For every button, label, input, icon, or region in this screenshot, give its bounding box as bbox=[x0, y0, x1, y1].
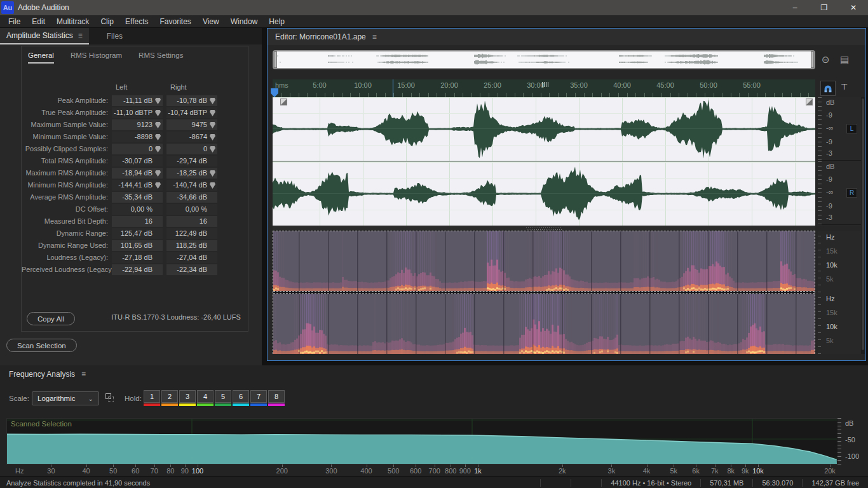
value-right: -18,25 dB bbox=[166, 168, 217, 179]
db-axis-label: -50 bbox=[845, 436, 855, 444]
marker-pin-icon[interactable] bbox=[210, 98, 215, 104]
panel-menu-icon[interactable]: ≡ bbox=[81, 370, 86, 379]
freq-axis-label: 6k bbox=[692, 467, 700, 475]
restore-button[interactable]: ❐ bbox=[810, 0, 839, 15]
snap-toggle[interactable] bbox=[820, 81, 836, 96]
hold-button-8[interactable]: 8 bbox=[268, 390, 285, 406]
copy-graph-icon[interactable] bbox=[105, 393, 115, 403]
marker-pin-icon[interactable] bbox=[155, 146, 161, 152]
marker-pin-icon[interactable] bbox=[155, 182, 161, 189]
marker-pin-icon[interactable] bbox=[155, 98, 161, 104]
marker-pin-icon[interactable] bbox=[210, 134, 215, 140]
hz-label: 15k bbox=[826, 247, 837, 255]
amplitude-scale-channel: dB-9-∞-9-3R bbox=[818, 161, 862, 225]
frequency-plot[interactable]: Scanned Selection bbox=[6, 418, 837, 464]
menu-item-multitrack[interactable]: Multitrack bbox=[51, 15, 95, 28]
hold-button-5[interactable]: 5 bbox=[215, 390, 231, 406]
panel-menu-icon[interactable]: ≡ bbox=[78, 31, 83, 40]
fade-out-handle[interactable] bbox=[806, 98, 813, 105]
value-right: 0,00 % bbox=[166, 204, 217, 215]
zoom-out-icon[interactable]: ⊝ bbox=[822, 54, 830, 65]
copy-all-button[interactable]: Copy All bbox=[27, 312, 75, 325]
hold-button-6[interactable]: 6 bbox=[233, 390, 249, 406]
menu-item-help[interactable]: Help bbox=[263, 15, 290, 28]
timeline-ruler[interactable]: hms 5:0010:0015:0020:0025:0030:0035:0040… bbox=[273, 79, 815, 97]
current-time-indicator[interactable] bbox=[393, 79, 393, 97]
freq-axis-label: 200 bbox=[276, 467, 288, 475]
menu-item-clip[interactable]: Clip bbox=[95, 15, 119, 28]
spectrogram-left-channel[interactable] bbox=[273, 231, 815, 291]
marker-pin-icon[interactable] bbox=[155, 134, 161, 140]
close-button[interactable]: ✕ bbox=[839, 0, 868, 15]
main-area: Amplitude Statistics ≡ Files GeneralRMS … bbox=[0, 28, 868, 365]
waveform-display[interactable] bbox=[273, 97, 815, 226]
overview-navigator[interactable] bbox=[273, 50, 815, 69]
spectrogram-display[interactable] bbox=[273, 231, 815, 354]
window-title: Adobe Audition bbox=[18, 3, 69, 12]
menu-item-effects[interactable]: Effects bbox=[119, 15, 154, 28]
hold-color-bar bbox=[144, 403, 160, 406]
overview-right-handle[interactable] bbox=[811, 51, 814, 68]
menu-item-edit[interactable]: Edit bbox=[26, 15, 51, 28]
minimize-button[interactable]: – bbox=[780, 0, 810, 15]
marker-pin-icon[interactable] bbox=[210, 110, 215, 116]
marker-pin-icon[interactable] bbox=[210, 122, 215, 128]
value-left: -22,94 dB bbox=[112, 264, 163, 275]
editor-scrollbar[interactable] bbox=[861, 97, 865, 354]
scale-dropdown[interactable]: Logarithmic ⌄ bbox=[32, 391, 99, 405]
magnet-icon bbox=[822, 83, 834, 94]
app-window: Au Adobe Audition – ❐ ✕ FileEditMultitra… bbox=[0, 0, 868, 488]
pin-tool-icon[interactable]: ⊤ bbox=[841, 82, 848, 92]
value-right: -8674 bbox=[166, 132, 217, 142]
waveform-left-channel[interactable] bbox=[273, 97, 815, 161]
waveform-right-channel[interactable] bbox=[273, 162, 815, 226]
row-label: Dynamic Range Used: bbox=[22, 240, 108, 252]
value-left: -35,34 dB bbox=[112, 192, 163, 203]
freq-axis-label: 2k bbox=[559, 467, 566, 475]
list-view-icon[interactable]: ▤ bbox=[840, 54, 849, 65]
overview-waveform bbox=[274, 51, 811, 68]
row-label: Maximum RMS Amplitude: bbox=[22, 167, 108, 179]
frequency-analysis-panel: Frequency Analysis ≡ Scale: Logarithmic … bbox=[0, 365, 868, 477]
channel-badge-l[interactable]: L bbox=[846, 124, 857, 133]
hold-button-2[interactable]: 2 bbox=[161, 390, 178, 406]
zero-line bbox=[273, 193, 815, 194]
marker-pin-icon[interactable] bbox=[155, 122, 161, 128]
hold-button-4[interactable]: 4 bbox=[197, 390, 214, 406]
fade-in-handle[interactable] bbox=[280, 98, 287, 105]
hold-color-bar bbox=[161, 403, 178, 406]
overview-left-handle[interactable] bbox=[274, 51, 277, 68]
menu-item-favorites[interactable]: Favorites bbox=[154, 15, 197, 28]
value-right: 118,25 dB bbox=[166, 240, 217, 251]
frequency-axis: Hz30405060708090100200300400500600700800… bbox=[6, 465, 837, 476]
marker-pin-icon[interactable] bbox=[210, 146, 215, 152]
hold-button-1[interactable]: 1 bbox=[144, 390, 160, 406]
tab-files[interactable]: Files bbox=[100, 28, 129, 44]
amplitude-statistics-panel: Amplitude Statistics ≡ Files GeneralRMS … bbox=[0, 28, 262, 365]
app-logo-icon: Au bbox=[1, 1, 14, 14]
hold-button-7[interactable]: 7 bbox=[250, 390, 267, 406]
view-divider[interactable] bbox=[273, 226, 815, 231]
divider-grip-icon[interactable] bbox=[526, 227, 562, 230]
freq-axis-label: 70 bbox=[151, 467, 158, 475]
subtab-rms-settings[interactable]: RMS Settings bbox=[139, 51, 183, 64]
panel-menu-icon[interactable]: ≡ bbox=[372, 32, 377, 41]
spectrogram-right-channel[interactable] bbox=[273, 294, 815, 354]
ruler-time-label: 45:00 bbox=[656, 81, 674, 89]
marker-pin-icon[interactable] bbox=[155, 170, 161, 177]
subtab-rms-histogram[interactable]: RMS Histogram bbox=[71, 51, 122, 64]
menu-item-file[interactable]: File bbox=[3, 15, 26, 28]
marker-pin-icon[interactable] bbox=[210, 182, 215, 189]
column-header-right: Right bbox=[170, 83, 187, 91]
hold-button-3[interactable]: 3 bbox=[179, 390, 196, 406]
marker-pin-icon[interactable] bbox=[210, 170, 215, 177]
subtab-general[interactable]: General bbox=[28, 51, 54, 64]
statistics-table: Peak Amplitude:-11,11 dB-10,78 dBTrue Pe… bbox=[22, 95, 248, 276]
menu-item-view[interactable]: View bbox=[197, 15, 225, 28]
channel-badge-r[interactable]: R bbox=[846, 188, 857, 198]
menu-item-window[interactable]: Window bbox=[225, 15, 264, 28]
db-scale: dB-50-100 bbox=[837, 418, 868, 464]
tab-amplitude-statistics[interactable]: Amplitude Statistics ≡ bbox=[0, 28, 89, 44]
scan-selection-button[interactable]: Scan Selection bbox=[6, 339, 77, 352]
marker-pin-icon[interactable] bbox=[155, 110, 161, 116]
